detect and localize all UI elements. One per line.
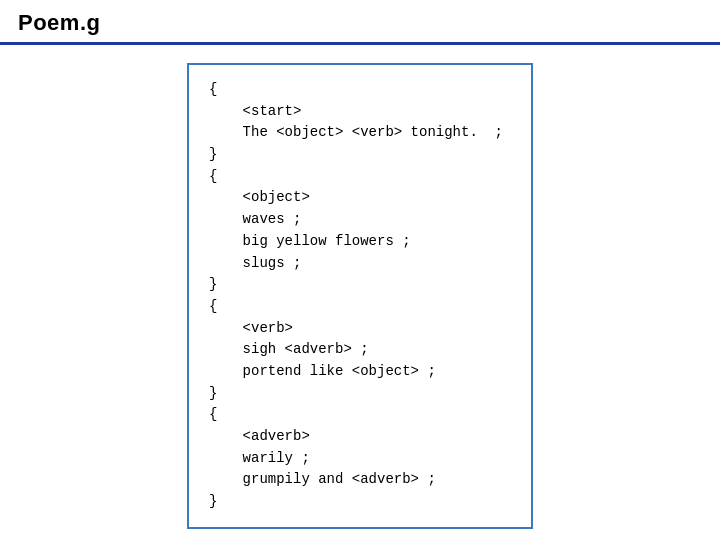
code-line: } <box>209 383 503 405</box>
code-line: } <box>209 144 503 166</box>
code-line: <object> <box>209 187 503 209</box>
main-content: { <start> The <object> <verb> tonight. ;… <box>0 45 720 529</box>
code-line: } <box>209 274 503 296</box>
code-line: } <box>209 491 503 513</box>
code-line: portend like <object> ; <box>209 361 503 383</box>
code-line: sigh <adverb> ; <box>209 339 503 361</box>
code-line: big yellow flowers ; <box>209 231 503 253</box>
code-line: slugs ; <box>209 253 503 275</box>
code-line: <verb> <box>209 318 503 340</box>
code-line: grumpily and <adverb> ; <box>209 469 503 491</box>
code-line: { <box>209 296 503 318</box>
code-line: The <object> <verb> tonight. ; <box>209 122 503 144</box>
code-line: <start> <box>209 101 503 123</box>
code-line: { <box>209 79 503 101</box>
code-box: { <start> The <object> <verb> tonight. ;… <box>187 63 533 529</box>
code-line: warily ; <box>209 448 503 470</box>
page-title: Poem.g <box>18 10 100 36</box>
header: Poem.g <box>0 0 720 45</box>
code-line: { <box>209 404 503 426</box>
code-line: <adverb> <box>209 426 503 448</box>
code-line: { <box>209 166 503 188</box>
code-line: waves ; <box>209 209 503 231</box>
